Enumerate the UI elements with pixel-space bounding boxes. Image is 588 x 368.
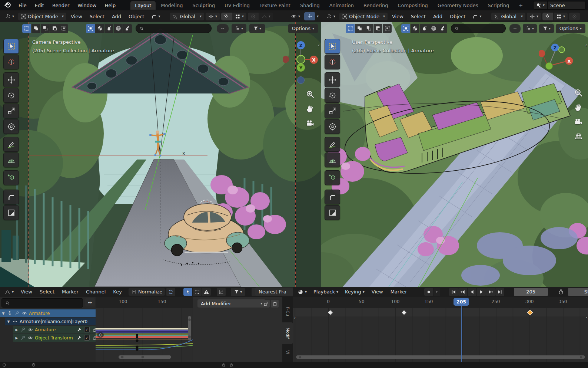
current-frame-field[interactable]: 205 [514, 288, 548, 296]
viewport-search[interactable] [136, 24, 212, 33]
gizmo-z-label[interactable]: Z [554, 46, 557, 50]
show-sliders-button[interactable] [217, 288, 226, 296]
tab-animation[interactable]: Animation [325, 1, 358, 10]
play-reverse-button[interactable] [468, 288, 476, 296]
display-mode-dropdown[interactable]: ▾ [523, 24, 537, 33]
tab-rendering[interactable]: Rendering [359, 1, 392, 10]
tool-rotate[interactable] [325, 88, 340, 103]
tab-compositing[interactable]: Compositing [393, 1, 432, 10]
gizmo-z-label[interactable]: Z [299, 43, 303, 48]
auto-normalize-refresh-button[interactable] [166, 288, 175, 296]
tool-add-cube[interactable] [325, 170, 340, 185]
editor-type-button[interactable]: ▾ [295, 288, 309, 296]
sidebar-toggle-chevron[interactable]: ‹ [318, 42, 320, 48]
axis-gizmo-left[interactable]: Z Y X [283, 39, 319, 85]
tab-shading[interactable]: Shading [296, 1, 324, 10]
menu-select[interactable]: Select [37, 288, 57, 296]
curve-view[interactable]: 0 [96, 308, 193, 362]
shading-rendered-button[interactable] [104, 24, 113, 33]
use-preview-range-button[interactable] [555, 288, 567, 296]
previous-keyframe-button[interactable] [458, 288, 467, 296]
mode-dropdown[interactable]: Object Mode▾ [339, 13, 388, 20]
orientation-dropdown[interactable]: Global▾ [491, 13, 525, 20]
tool-scale[interactable] [325, 104, 340, 118]
select-mode-invert-button[interactable] [373, 24, 382, 33]
tab-fcurve[interactable]: F-Cu [282, 302, 293, 320]
tool-annotate[interactable] [3, 137, 19, 152]
expand-icon[interactable]: ▼ [7, 320, 10, 323]
playhead-badge[interactable]: 205 [454, 298, 469, 306]
modifier-wrench-icon[interactable] [77, 327, 82, 332]
tool-extra-mask[interactable] [325, 205, 340, 220]
editor-type-button[interactable]: ▾ [323, 12, 338, 20]
orientation-dropdown[interactable]: Global▾ [170, 13, 204, 20]
options-button[interactable]: Options▾ [288, 24, 318, 33]
zoom-icon[interactable] [574, 88, 583, 99]
curve-horizontal-scrollbar[interactable] [119, 355, 171, 359]
shading-rendered-button[interactable] [420, 24, 429, 33]
auto-keying-button[interactable] [424, 288, 433, 296]
tool-cursor[interactable] [325, 55, 340, 69]
menu-channel[interactable]: Channel [83, 288, 109, 296]
start-frame-field[interactable]: Start [568, 288, 588, 296]
tab-layout[interactable]: Layout [130, 1, 156, 10]
tool-add-cube[interactable] [3, 170, 19, 185]
keying-menu[interactable]: Keying▾ [342, 288, 367, 296]
search-input[interactable] [146, 26, 208, 32]
tool-rotate[interactable] [3, 88, 19, 103]
region-expand-chevron[interactable]: ‹ [586, 315, 588, 320]
timeline-ruler[interactable]: 0 50 100 150 250 300 350 [293, 297, 588, 308]
timeline-scrollbar[interactable] [296, 355, 585, 359]
viewport-search[interactable] [451, 24, 506, 33]
eye-icon[interactable] [27, 335, 33, 341]
search-input[interactable] [461, 26, 502, 32]
eye-icon[interactable] [27, 327, 33, 332]
display-mode-dropdown[interactable]: ▾ [232, 24, 246, 33]
channel-search-input[interactable] [12, 300, 80, 306]
pin-icon[interactable] [14, 311, 20, 316]
auto-keying-dropdown[interactable]: ▾ [433, 288, 440, 296]
select-mode-invert-button[interactable] [50, 24, 59, 33]
tool-extra-corner[interactable] [3, 190, 19, 204]
scene-browse-button[interactable]: ▾ [534, 1, 547, 9]
menu-marker[interactable]: Marker [59, 288, 82, 296]
menu-view[interactable]: View [369, 288, 386, 296]
tab-modifiers[interactable]: Modif [282, 322, 293, 344]
zoom-icon[interactable] [306, 90, 315, 100]
snap-toggle[interactable] [542, 13, 553, 20]
menu-object[interactable]: Object [126, 13, 147, 20]
channel-enable-checkbox[interactable]: ✓ [84, 335, 90, 341]
perspective-toggle-icon[interactable] [574, 132, 583, 142]
falloff-dropdown[interactable] [217, 24, 229, 33]
expand-icon[interactable]: ▶ [15, 328, 19, 332]
shading-solid-button[interactable] [86, 24, 95, 33]
shading-world-button[interactable] [429, 24, 438, 33]
snap-to-dropdown[interactable]: ▾ [232, 13, 246, 20]
tab-texture-paint[interactable]: Texture Paint [255, 1, 295, 10]
channel-expand-button[interactable]: ↔ [85, 298, 95, 306]
blender-logo-icon[interactable] [4, 1, 11, 9]
menu-object[interactable]: Object [447, 13, 468, 20]
tab-sculpting[interactable]: Sculpting [188, 1, 219, 10]
next-keyframe-button[interactable] [486, 288, 495, 296]
channel-row-armature-object[interactable]: ▼ Armature [0, 309, 99, 317]
menu-window[interactable]: Window [74, 1, 100, 9]
timeline-tracks[interactable]: › ‹ [293, 308, 588, 362]
select-mode-intersect-button[interactable] [59, 24, 68, 33]
select-mode-new-button[interactable] [346, 24, 355, 33]
shading-world-button[interactable] [114, 24, 123, 33]
menu-file[interactable]: File [15, 1, 30, 9]
pin-icon[interactable] [20, 327, 26, 332]
menu-select[interactable]: Select [408, 13, 429, 20]
graph-ruler[interactable]: 100 150 [96, 297, 193, 308]
playback-menu[interactable]: Playback▾ [311, 288, 341, 296]
cleanup-button[interactable] [123, 24, 132, 33]
tool-extra-mask[interactable] [3, 205, 19, 220]
pan-hand-icon[interactable] [306, 104, 315, 115]
menu-render[interactable]: Render [49, 1, 73, 9]
channel-search[interactable] [1, 298, 83, 308]
gizmo-x-label[interactable]: X [568, 59, 571, 64]
tool-cursor[interactable] [3, 55, 19, 69]
add-workspace-button[interactable]: + [514, 1, 527, 10]
menu-add[interactable]: Add [430, 13, 445, 20]
